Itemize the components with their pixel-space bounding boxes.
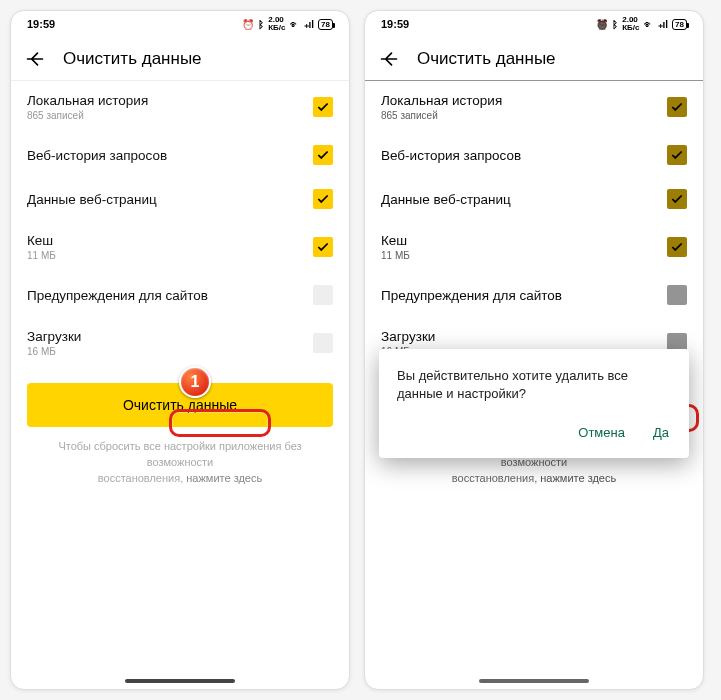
- list-item[interactable]: Загрузки 16 МБ: [11, 317, 349, 369]
- item-label: Предупреждения для сайтов: [27, 288, 208, 303]
- status-icons: ⏰ ᛒ 2.00КБ/с ᯤ ₊ıl 78: [596, 16, 687, 32]
- page-title: Очистить данные: [63, 49, 202, 69]
- item-label: Загрузки: [381, 329, 435, 344]
- status-bar: 19:59 ⏰ ᛒ 2.00КБ/с ᯤ ₊ıl 78: [11, 11, 349, 37]
- checkbox-icon[interactable]: [667, 285, 687, 305]
- item-sublabel: 865 записей: [381, 110, 502, 121]
- item-sublabel: 11 МБ: [381, 250, 410, 261]
- checkbox-icon[interactable]: [313, 285, 333, 305]
- signal-icon: ₊ıl: [658, 19, 669, 30]
- clear-data-list: Локальная история 865 записей Веб-истори…: [365, 81, 703, 369]
- status-time: 19:59: [27, 18, 55, 30]
- cancel-button[interactable]: Отмена: [576, 421, 627, 444]
- phone-left: 19:59 ⏰ ᛒ 2.00КБ/с ᯤ ₊ıl 78 Очистить дан…: [10, 10, 350, 690]
- item-sublabel: 865 записей: [27, 110, 148, 121]
- battery-icon: 78: [672, 19, 687, 30]
- reset-link[interactable]: нажмите здесь: [540, 472, 616, 484]
- item-sublabel: 11 МБ: [27, 250, 56, 261]
- list-item[interactable]: Данные веб-страниц: [365, 177, 703, 221]
- item-label: Кеш: [27, 233, 56, 248]
- checkbox-icon[interactable]: [667, 145, 687, 165]
- home-indicator[interactable]: [479, 679, 589, 683]
- checkbox-icon[interactable]: [313, 97, 333, 117]
- item-label: Кеш: [381, 233, 410, 248]
- list-item[interactable]: Данные веб-страниц: [11, 177, 349, 221]
- reset-link[interactable]: нажмите здесь: [186, 472, 262, 484]
- alarm-icon: ⏰: [596, 19, 608, 30]
- item-label: Загрузки: [27, 329, 81, 344]
- back-arrow-icon[interactable]: [25, 49, 45, 69]
- item-label: Веб-история запросов: [27, 148, 167, 163]
- checkbox-icon[interactable]: [313, 145, 333, 165]
- dialog-actions: Отмена Да: [397, 421, 671, 450]
- clear-data-list: Локальная история 865 записей Веб-истори…: [11, 81, 349, 369]
- page-header: Очистить данные: [365, 37, 703, 81]
- yes-button[interactable]: Да: [651, 421, 671, 444]
- status-icons: ⏰ ᛒ 2.00КБ/с ᯤ ₊ıl 78: [242, 16, 333, 32]
- wifi-icon: ᯤ: [290, 19, 300, 30]
- status-bar: 19:59 ⏰ ᛒ 2.00КБ/с ᯤ ₊ıl 78: [365, 11, 703, 37]
- checkbox-icon[interactable]: [313, 189, 333, 209]
- annotation-badge: 1: [179, 366, 211, 398]
- page-title: Очистить данные: [417, 49, 556, 69]
- home-indicator[interactable]: [125, 679, 235, 683]
- item-label: Предупреждения для сайтов: [381, 288, 562, 303]
- checkbox-icon[interactable]: [313, 333, 333, 353]
- annotation-highlight: [169, 409, 271, 437]
- item-label: Данные веб-страниц: [27, 192, 157, 207]
- list-item[interactable]: Кеш 11 МБ: [11, 221, 349, 273]
- status-time: 19:59: [381, 18, 409, 30]
- signal-icon: ₊ıl: [304, 19, 315, 30]
- checkbox-icon[interactable]: [313, 237, 333, 257]
- phone-right: 19:59 ⏰ ᛒ 2.00КБ/с ᯤ ₊ıl 78 Очистить дан…: [364, 10, 704, 690]
- list-item[interactable]: Кеш 11 МБ: [365, 221, 703, 273]
- wifi-icon: ᯤ: [644, 19, 654, 30]
- list-item[interactable]: Веб-история запросов: [11, 133, 349, 177]
- item-sublabel: 16 МБ: [27, 346, 81, 357]
- list-item[interactable]: Локальная история 865 записей: [11, 81, 349, 133]
- list-item[interactable]: Локальная история 865 записей: [365, 81, 703, 133]
- list-item[interactable]: Предупреждения для сайтов: [11, 273, 349, 317]
- list-item[interactable]: Веб-история запросов: [365, 133, 703, 177]
- checkbox-icon[interactable]: [667, 237, 687, 257]
- net-speed: 2.00КБ/с: [622, 16, 639, 32]
- page-header: Очистить данные: [11, 37, 349, 81]
- list-item[interactable]: Предупреждения для сайтов: [365, 273, 703, 317]
- checkbox-icon[interactable]: [667, 189, 687, 209]
- item-label: Веб-история запросов: [381, 148, 521, 163]
- back-arrow-icon[interactable]: [379, 49, 399, 69]
- reset-hint: Чтобы сбросить все настройки приложения …: [11, 437, 349, 489]
- item-label: Данные веб-страниц: [381, 192, 511, 207]
- net-speed: 2.00КБ/с: [268, 16, 285, 32]
- bluetooth-icon: ᛒ: [612, 19, 618, 30]
- dialog-text: Вы действительно хотите удалить все данн…: [397, 367, 671, 403]
- battery-icon: 78: [318, 19, 333, 30]
- checkbox-icon[interactable]: [667, 97, 687, 117]
- alarm-icon: ⏰: [242, 19, 254, 30]
- confirm-dialog: Вы действительно хотите удалить все данн…: [379, 349, 689, 458]
- item-label: Локальная история: [381, 93, 502, 108]
- bluetooth-icon: ᛒ: [258, 19, 264, 30]
- item-label: Локальная история: [27, 93, 148, 108]
